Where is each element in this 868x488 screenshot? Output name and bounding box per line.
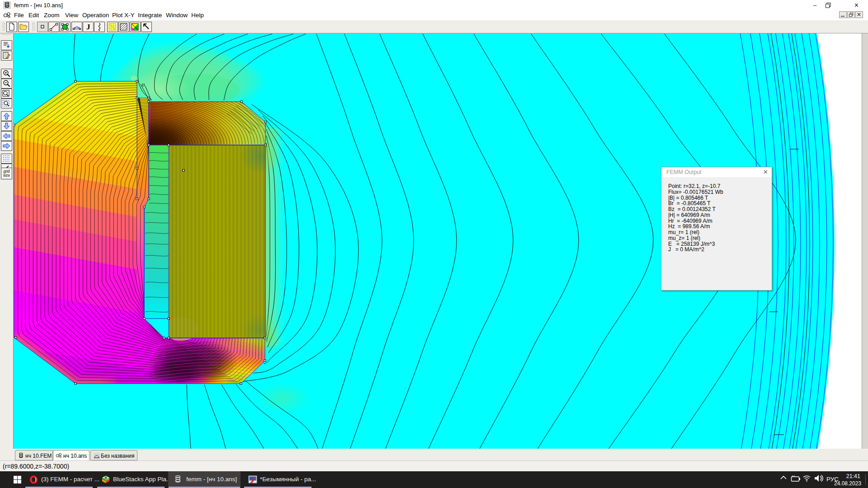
svg-text:J: J bbox=[86, 23, 90, 31]
